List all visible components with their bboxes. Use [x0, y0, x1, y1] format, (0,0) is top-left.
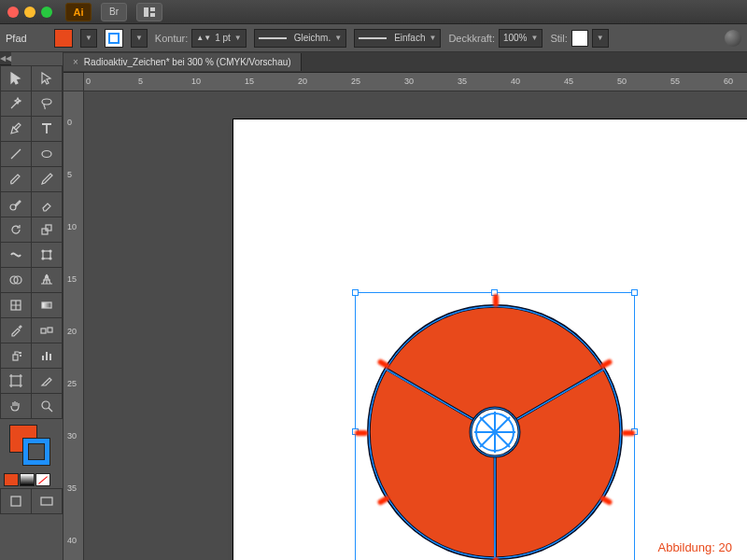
hand-tool[interactable] — [1, 394, 31, 418]
graphic-style-dropdown[interactable]: ▼ — [592, 29, 609, 48]
svg-rect-8 — [43, 251, 50, 259]
svg-rect-1 — [150, 7, 155, 11]
svg-point-20 — [21, 353, 21, 354]
graphic-style-swatch[interactable] — [571, 30, 588, 47]
change-screen-mode[interactable] — [32, 489, 62, 513]
zoom-tool[interactable] — [32, 394, 62, 418]
ruler-tick: 10 — [67, 222, 77, 231]
color-mode-solid[interactable] — [4, 473, 19, 486]
blend-tool[interactable] — [32, 318, 62, 343]
slice-tool[interactable] — [32, 369, 62, 393]
document-tab[interactable]: × Radioaktiv_Zeichen* bei 300 % (CMYK/Vo… — [63, 53, 302, 71]
blob-brush-tool[interactable] — [1, 192, 31, 217]
anchor-highlight — [493, 294, 499, 307]
artboard-tool[interactable] — [1, 369, 31, 393]
symbol-sprayer-tool[interactable] — [1, 343, 31, 368]
stroke-weight-value: 1 pt — [215, 33, 231, 43]
perspective-grid-tool[interactable] — [32, 268, 62, 292]
ruler-origin[interactable] — [63, 73, 84, 91]
shape-builder-tool[interactable] — [1, 268, 31, 292]
selection-tool[interactable] — [1, 66, 31, 91]
panel-collapse-button[interactable]: ◀◀ — [0, 52, 11, 65]
bbox-handle[interactable] — [352, 289, 359, 296]
color-mode-none[interactable] — [35, 473, 50, 486]
column-graph-tool[interactable] — [32, 343, 62, 368]
vertical-ruler[interactable]: 0 5 10 15 20 25 30 35 40 — [63, 91, 84, 560]
style-label: Stil: — [550, 33, 567, 44]
ruler-tick: 15 — [245, 77, 254, 86]
eraser-tool[interactable] — [32, 192, 62, 217]
direct-selection-tool[interactable] — [32, 66, 62, 91]
ruler-tick: 20 — [298, 77, 307, 86]
gradient-tool[interactable] — [32, 293, 62, 317]
ruler-tick: 0 — [86, 77, 91, 86]
control-bar: Pfad ▼ ▼ Kontur: ▲▼1 pt▼ Gleichm.▼ Einfa… — [0, 24, 747, 52]
workspace: ◀◀ — [0, 52, 747, 560]
fill-dropdown[interactable]: ▼ — [80, 29, 97, 48]
selection-type-label: Pfad — [6, 33, 47, 44]
toolbox — [0, 65, 63, 419]
stroke-label: Kontur: — [155, 33, 188, 44]
selected-artwork[interactable] — [355, 292, 635, 560]
eyedropper-tool[interactable] — [1, 318, 31, 343]
lasso-tool[interactable] — [32, 91, 62, 116]
paintbrush-tool[interactable] — [1, 167, 31, 191]
horizontal-ruler[interactable]: 0 5 10 15 20 25 30 35 40 45 50 55 60 — [84, 73, 747, 91]
anchor-highlight — [622, 430, 635, 436]
variable-width-profile-dropdown[interactable]: Gleichm.▼ — [254, 29, 346, 48]
svg-rect-16 — [42, 302, 51, 308]
app-icon: Ai — [65, 3, 92, 21]
canvas[interactable]: Abbildung: 20 — [84, 91, 747, 560]
ruler-tick: 50 — [617, 77, 627, 86]
close-tab-icon[interactable]: × — [73, 57, 78, 67]
rotate-tool[interactable] — [1, 217, 31, 242]
stroke-weight-stepper[interactable]: ▲▼1 pt▼ — [191, 29, 246, 48]
svg-point-11 — [42, 258, 44, 259]
ruler-tick: 30 — [404, 77, 414, 86]
window-zoom-button[interactable] — [41, 7, 52, 18]
document-setup-icon[interactable] — [725, 30, 741, 47]
bbox-handle[interactable] — [631, 289, 638, 296]
pencil-tool[interactable] — [32, 167, 62, 191]
opacity-input[interactable]: 100%▼ — [499, 29, 543, 48]
svg-point-10 — [49, 250, 51, 252]
svg-point-12 — [49, 258, 51, 259]
svg-rect-18 — [48, 328, 52, 332]
fill-stroke-indicator[interactable] — [0, 419, 63, 471]
window-minimize-button[interactable] — [24, 7, 35, 18]
ruler-tick: 5 — [138, 77, 143, 86]
opacity-label: Deckkraft: — [448, 33, 495, 44]
brush-definition-dropdown[interactable]: Einfach▼ — [354, 29, 441, 48]
pen-tool[interactable] — [1, 117, 31, 141]
document-tab-title: Radioaktiv_Zeichen* bei 300 % (CMYK/Vors… — [84, 57, 291, 67]
svg-rect-24 — [11, 497, 21, 506]
svg-point-3 — [42, 99, 51, 105]
mesh-tool[interactable] — [1, 293, 31, 317]
window-close-button[interactable] — [7, 7, 19, 18]
stroke-swatch[interactable] — [105, 29, 123, 48]
type-tool[interactable] — [32, 117, 62, 141]
ruler-tick: 25 — [67, 379, 77, 388]
scale-tool[interactable] — [32, 217, 62, 242]
ruler-tick: 40 — [511, 77, 520, 86]
svg-rect-2 — [150, 13, 155, 17]
bridge-button[interactable]: Br — [101, 3, 127, 21]
line-tool[interactable] — [1, 142, 31, 166]
stroke-dropdown[interactable]: ▼ — [131, 29, 148, 48]
fill-swatch[interactable] — [54, 29, 73, 48]
svg-rect-17 — [41, 329, 46, 333]
svg-rect-6 — [42, 229, 48, 234]
arrange-documents-button[interactable] — [136, 3, 162, 21]
active-stroke-swatch[interactable] — [22, 438, 50, 466]
ellipse-tool[interactable] — [32, 142, 62, 166]
free-transform-tool[interactable] — [32, 243, 62, 267]
svg-rect-25 — [41, 497, 52, 505]
color-mode-gradient[interactable] — [20, 473, 35, 486]
svg-rect-0 — [144, 7, 148, 17]
screen-mode-normal[interactable] — [1, 489, 31, 513]
width-tool[interactable] — [1, 243, 31, 267]
ruler-tick: 35 — [67, 483, 77, 493]
selection-bounding-box[interactable] — [355, 292, 635, 560]
svg-point-21 — [21, 356, 21, 357]
magic-wand-tool[interactable] — [1, 91, 31, 116]
